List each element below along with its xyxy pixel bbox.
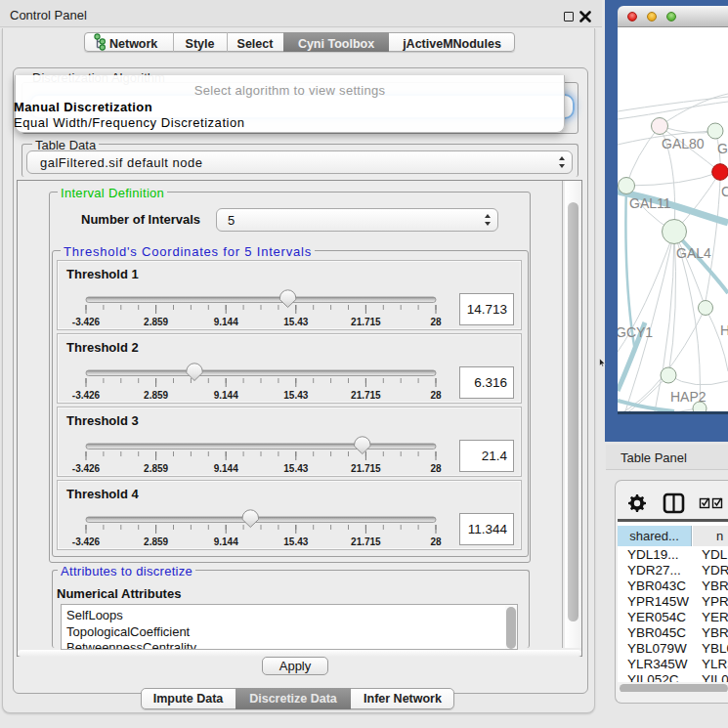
svg-text:GAL11: GAL11 [629,195,671,211]
svg-text:2.859: 2.859 [144,390,168,401]
svg-text:21.715: 21.715 [351,317,381,327]
svg-text:-3.426: -3.426 [72,317,101,327]
svg-text:15.43: 15.43 [283,463,308,474]
svg-text:21.715: 21.715 [351,536,381,547]
svg-text:2.859: 2.859 [144,463,168,474]
svg-text:9.144: 9.144 [214,536,238,547]
svg-text:21.715: 21.715 [351,390,381,401]
svg-text:2.859: 2.859 [144,317,168,327]
svg-text:C: C [721,184,728,199]
svg-text:-3.426: -3.426 [72,536,101,547]
svg-text:15.43: 15.43 [283,390,308,401]
svg-text:28: 28 [430,536,442,547]
svg-text:GCY1: GCY1 [618,324,653,340]
svg-text:-3.426: -3.426 [72,390,101,401]
svg-text:GAL4: GAL4 [676,245,711,261]
svg-text:28: 28 [430,317,442,327]
svg-text:21.715: 21.715 [351,463,381,474]
svg-text:GA: GA [717,141,728,156]
svg-text:28: 28 [430,463,442,474]
svg-text:HAP2: HAP2 [670,389,707,405]
svg-text:9.144: 9.144 [214,317,238,327]
svg-text:H: H [720,322,728,338]
svg-text:2.859: 2.859 [144,536,168,547]
svg-text:28: 28 [430,390,442,401]
svg-text:15.43: 15.43 [283,317,308,327]
svg-text:15.43: 15.43 [283,536,308,547]
svg-text:9.144: 9.144 [214,463,238,474]
svg-text:-3.426: -3.426 [72,463,101,474]
svg-text:9.144: 9.144 [214,390,238,401]
svg-text:GAL80: GAL80 [662,136,705,151]
